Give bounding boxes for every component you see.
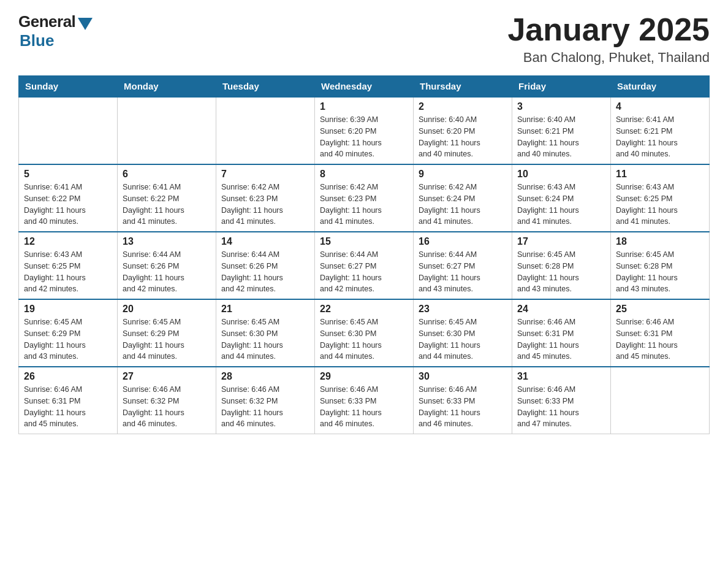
day-info: Sunrise: 6:45 AMSunset: 6:29 PMDaylight:…	[24, 316, 112, 362]
calendar-cell: 23Sunrise: 6:45 AMSunset: 6:30 PMDayligh…	[414, 299, 512, 367]
day-number: 21	[221, 304, 309, 315]
day-number: 12	[24, 236, 112, 247]
day-info: Sunrise: 6:46 AMSunset: 6:33 PMDaylight:…	[517, 384, 605, 430]
calendar-cell: 19Sunrise: 6:45 AMSunset: 6:29 PMDayligh…	[19, 299, 118, 367]
calendar-cell: 30Sunrise: 6:46 AMSunset: 6:33 PMDayligh…	[414, 367, 512, 434]
day-of-week-header: Wednesday	[315, 76, 414, 98]
day-info: Sunrise: 6:42 AMSunset: 6:23 PMDaylight:…	[221, 182, 309, 228]
day-info: Sunrise: 6:45 AMSunset: 6:29 PMDaylight:…	[123, 316, 211, 362]
day-info: Sunrise: 6:41 AMSunset: 6:21 PMDaylight:…	[616, 114, 704, 160]
calendar-week-row: 1Sunrise: 6:39 AMSunset: 6:20 PMDaylight…	[19, 97, 710, 164]
calendar-cell: 14Sunrise: 6:44 AMSunset: 6:26 PMDayligh…	[216, 232, 315, 299]
calendar-cell: 31Sunrise: 6:46 AMSunset: 6:33 PMDayligh…	[512, 367, 611, 434]
day-info: Sunrise: 6:46 AMSunset: 6:31 PMDaylight:…	[24, 384, 112, 430]
day-info: Sunrise: 6:45 AMSunset: 6:30 PMDaylight:…	[221, 316, 309, 362]
day-of-week-header: Sunday	[19, 76, 118, 98]
calendar-cell: 21Sunrise: 6:45 AMSunset: 6:30 PMDayligh…	[216, 299, 315, 367]
month-title: January 2025	[507, 12, 710, 47]
day-number: 13	[123, 236, 211, 247]
days-of-week-row: SundayMondayTuesdayWednesdayThursdayFrid…	[19, 76, 710, 98]
calendar-cell: 4Sunrise: 6:41 AMSunset: 6:21 PMDaylight…	[611, 97, 710, 164]
day-info: Sunrise: 6:46 AMSunset: 6:32 PMDaylight:…	[123, 384, 211, 430]
day-number: 3	[517, 101, 605, 112]
day-info: Sunrise: 6:44 AMSunset: 6:27 PMDaylight:…	[419, 249, 507, 295]
calendar-cell: 5Sunrise: 6:41 AMSunset: 6:22 PMDaylight…	[19, 164, 118, 232]
day-info: Sunrise: 6:45 AMSunset: 6:30 PMDaylight:…	[320, 316, 408, 362]
day-number: 22	[320, 304, 408, 315]
day-of-week-header: Tuesday	[216, 76, 315, 98]
day-number: 29	[320, 371, 408, 382]
day-number: 19	[24, 304, 112, 315]
calendar-cell: 3Sunrise: 6:40 AMSunset: 6:21 PMDaylight…	[512, 97, 611, 164]
day-number: 16	[419, 236, 507, 247]
day-info: Sunrise: 6:45 AMSunset: 6:30 PMDaylight:…	[419, 316, 507, 362]
day-number: 27	[123, 371, 211, 382]
title-section: January 2025 Ban Chalong, Phuket, Thaila…	[507, 12, 710, 66]
day-of-week-header: Thursday	[414, 76, 512, 98]
day-info: Sunrise: 6:45 AMSunset: 6:28 PMDaylight:…	[616, 249, 704, 295]
calendar-cell: 17Sunrise: 6:45 AMSunset: 6:28 PMDayligh…	[512, 232, 611, 299]
day-number: 31	[517, 371, 605, 382]
day-number: 8	[320, 169, 408, 180]
day-number: 7	[221, 169, 309, 180]
day-info: Sunrise: 6:44 AMSunset: 6:26 PMDaylight:…	[221, 249, 309, 295]
calendar-week-row: 26Sunrise: 6:46 AMSunset: 6:31 PMDayligh…	[19, 367, 710, 434]
calendar-cell: 24Sunrise: 6:46 AMSunset: 6:31 PMDayligh…	[512, 299, 611, 367]
calendar-week-row: 5Sunrise: 6:41 AMSunset: 6:22 PMDaylight…	[19, 164, 710, 232]
day-number: 14	[221, 236, 309, 247]
calendar-cell	[216, 97, 315, 164]
day-info: Sunrise: 6:43 AMSunset: 6:25 PMDaylight:…	[616, 182, 704, 228]
day-info: Sunrise: 6:44 AMSunset: 6:26 PMDaylight:…	[123, 249, 211, 295]
day-info: Sunrise: 6:40 AMSunset: 6:21 PMDaylight:…	[517, 114, 605, 160]
day-info: Sunrise: 6:46 AMSunset: 6:33 PMDaylight:…	[419, 384, 507, 430]
calendar-cell: 29Sunrise: 6:46 AMSunset: 6:33 PMDayligh…	[315, 367, 414, 434]
calendar-header: SundayMondayTuesdayWednesdayThursdayFrid…	[19, 76, 710, 98]
day-number: 6	[123, 169, 211, 180]
calendar-cell: 27Sunrise: 6:46 AMSunset: 6:32 PMDayligh…	[118, 367, 216, 434]
day-info: Sunrise: 6:45 AMSunset: 6:28 PMDaylight:…	[517, 249, 605, 295]
day-info: Sunrise: 6:40 AMSunset: 6:20 PMDaylight:…	[419, 114, 507, 160]
day-number: 11	[616, 169, 704, 180]
calendar-cell: 7Sunrise: 6:42 AMSunset: 6:23 PMDaylight…	[216, 164, 315, 232]
day-info: Sunrise: 6:42 AMSunset: 6:24 PMDaylight:…	[419, 182, 507, 228]
calendar-cell: 28Sunrise: 6:46 AMSunset: 6:32 PMDayligh…	[216, 367, 315, 434]
day-of-week-header: Saturday	[611, 76, 710, 98]
day-info: Sunrise: 6:44 AMSunset: 6:27 PMDaylight:…	[320, 249, 408, 295]
day-of-week-header: Monday	[118, 76, 216, 98]
logo: General Blue	[18, 12, 93, 50]
calendar-cell: 25Sunrise: 6:46 AMSunset: 6:31 PMDayligh…	[611, 299, 710, 367]
logo-triangle-icon	[78, 18, 93, 30]
day-number: 9	[419, 169, 507, 180]
calendar-cell: 18Sunrise: 6:45 AMSunset: 6:28 PMDayligh…	[611, 232, 710, 299]
day-number: 18	[616, 236, 704, 247]
day-number: 20	[123, 304, 211, 315]
calendar-cell: 22Sunrise: 6:45 AMSunset: 6:30 PMDayligh…	[315, 299, 414, 367]
calendar-cell: 6Sunrise: 6:41 AMSunset: 6:22 PMDaylight…	[118, 164, 216, 232]
day-number: 5	[24, 169, 112, 180]
day-info: Sunrise: 6:46 AMSunset: 6:33 PMDaylight:…	[320, 384, 408, 430]
day-info: Sunrise: 6:42 AMSunset: 6:23 PMDaylight:…	[320, 182, 408, 228]
day-info: Sunrise: 6:46 AMSunset: 6:31 PMDaylight:…	[517, 316, 605, 362]
calendar-cell: 2Sunrise: 6:40 AMSunset: 6:20 PMDaylight…	[414, 97, 512, 164]
day-number: 1	[320, 101, 408, 112]
calendar-cell: 20Sunrise: 6:45 AMSunset: 6:29 PMDayligh…	[118, 299, 216, 367]
day-number: 15	[320, 236, 408, 247]
day-number: 2	[419, 101, 507, 112]
day-of-week-header: Friday	[512, 76, 611, 98]
day-info: Sunrise: 6:39 AMSunset: 6:20 PMDaylight:…	[320, 114, 408, 160]
calendar-cell: 16Sunrise: 6:44 AMSunset: 6:27 PMDayligh…	[414, 232, 512, 299]
location-title: Ban Chalong, Phuket, Thailand	[507, 50, 710, 66]
day-number: 17	[517, 236, 605, 247]
day-info: Sunrise: 6:41 AMSunset: 6:22 PMDaylight:…	[123, 182, 211, 228]
day-number: 24	[517, 304, 605, 315]
calendar-cell: 1Sunrise: 6:39 AMSunset: 6:20 PMDaylight…	[315, 97, 414, 164]
page-header: General Blue January 2025 Ban Chalong, P…	[18, 12, 710, 66]
calendar-cell: 26Sunrise: 6:46 AMSunset: 6:31 PMDayligh…	[19, 367, 118, 434]
calendar-week-row: 12Sunrise: 6:43 AMSunset: 6:25 PMDayligh…	[19, 232, 710, 299]
calendar-cell	[118, 97, 216, 164]
calendar-cell: 10Sunrise: 6:43 AMSunset: 6:24 PMDayligh…	[512, 164, 611, 232]
calendar-cell	[19, 97, 118, 164]
calendar-cell: 11Sunrise: 6:43 AMSunset: 6:25 PMDayligh…	[611, 164, 710, 232]
day-number: 23	[419, 304, 507, 315]
calendar-cell	[611, 367, 710, 434]
